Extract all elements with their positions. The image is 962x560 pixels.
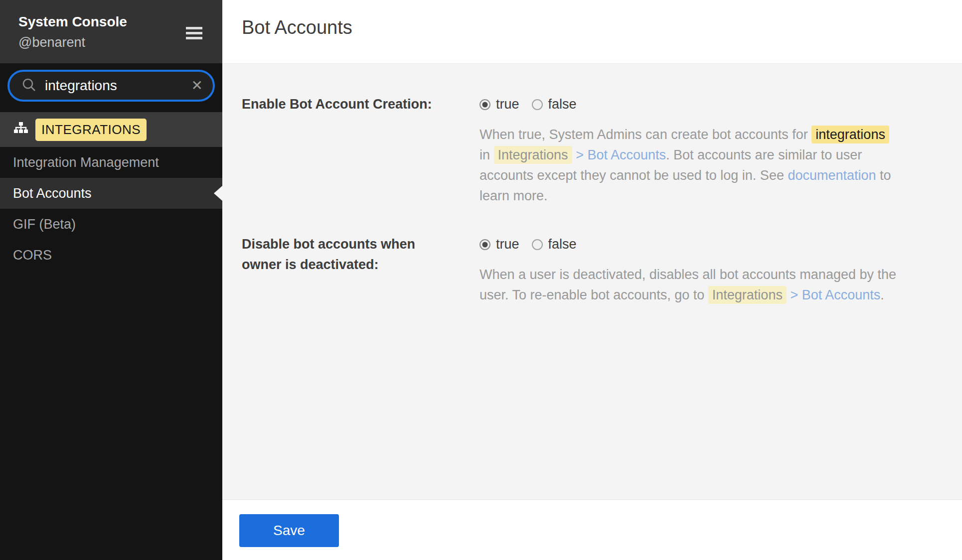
sidebar-section-integrations[interactable]: INTEGRATIONS <box>0 112 222 147</box>
highlight-pale: Integrations <box>708 286 787 304</box>
help-text: When true, System Admins can create bot … <box>480 125 901 206</box>
integrations-icon <box>13 121 28 138</box>
main-header: Bot Accounts <box>222 0 962 63</box>
clear-search-icon[interactable]: ✕ <box>191 79 203 93</box>
radio-label-true[interactable]: true <box>496 237 519 252</box>
help-text-segment <box>572 147 576 162</box>
help-text-segment: When true, System Admins can create bot … <box>480 127 811 142</box>
highlight-pale: Integrations <box>494 146 572 164</box>
save-button[interactable]: Save <box>239 514 339 547</box>
help-text: When a user is deactivated, disables all… <box>480 265 901 305</box>
setting-control: truefalse When a user is deactivated, di… <box>480 234 901 305</box>
radio-true[interactable] <box>480 99 490 110</box>
menu-icon[interactable] <box>186 27 202 39</box>
setting-control: truefalse When true, System Admins can c… <box>480 94 901 206</box>
sidebar-item-gif-beta[interactable]: GIF (Beta) <box>0 209 222 240</box>
sidebar-item-bot-accounts[interactable]: Bot Accounts <box>0 178 222 209</box>
search-icon <box>21 77 36 94</box>
help-text-segment: in <box>480 147 494 162</box>
help-link[interactable]: documentation <box>788 168 876 183</box>
section-label-highlighted: INTEGRATIONS <box>35 119 147 141</box>
radio-label-false[interactable]: false <box>548 97 577 112</box>
sidebar-item-cors[interactable]: CORS <box>0 240 222 271</box>
help-link[interactable]: > Bot Accounts <box>790 287 880 302</box>
sidebar: System Console @benarent ✕ <box>0 0 222 560</box>
radio-true[interactable] <box>480 239 490 250</box>
sidebar-header: System Console @benarent <box>0 0 222 63</box>
setting-label: Disable bot accounts when owner is deact… <box>242 234 451 305</box>
search-pill[interactable]: ✕ <box>7 70 215 102</box>
sidebar-menu: Integration ManagementBot AccountsGIF (B… <box>0 147 222 560</box>
setting-label: Enable Bot Account Creation: <box>242 94 451 206</box>
help-text-segment: . <box>880 287 884 302</box>
sidebar-item-integration-management[interactable]: Integration Management <box>0 147 222 178</box>
radio-label-false[interactable]: false <box>548 237 577 252</box>
search-input[interactable] <box>45 78 191 94</box>
radio-group: truefalse <box>480 234 901 255</box>
radio-false[interactable] <box>532 99 543 110</box>
sidebar-search: ✕ <box>0 63 222 112</box>
radio-false[interactable] <box>532 239 543 250</box>
help-link[interactable]: > Bot Accounts <box>576 147 666 162</box>
radio-label-true[interactable]: true <box>496 97 519 112</box>
main-footer: Save <box>222 500 962 560</box>
app-window: System Console @benarent ✕ <box>0 0 962 560</box>
setting-disable-bot-accounts-on-owner-deactivation: Disable bot accounts when owner is deact… <box>242 234 942 305</box>
radio-group: truefalse <box>480 94 901 115</box>
page-title: Bot Accounts <box>242 17 962 38</box>
highlight-bright: integrations <box>811 126 889 143</box>
setting-enable-bot-account-creation: Enable Bot Account Creation: truefalse W… <box>242 94 942 206</box>
main-panel: Bot Accounts Enable Bot Account Creation… <box>222 0 962 560</box>
settings-area: Enable Bot Account Creation: truefalse W… <box>222 63 962 500</box>
